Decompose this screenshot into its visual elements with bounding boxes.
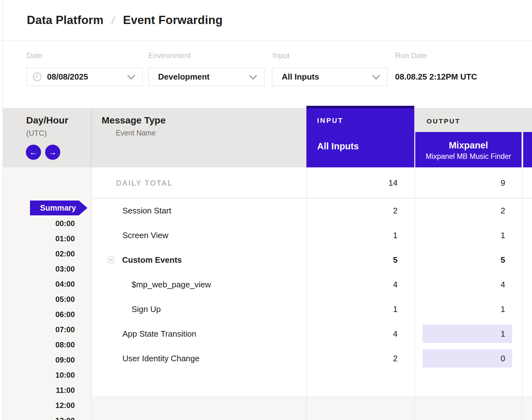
run-date-label: Run Date bbox=[395, 51, 427, 60]
environment-select-value: Development bbox=[158, 72, 210, 82]
date-select[interactable]: 08/08/2025 bbox=[27, 68, 143, 86]
event-name: Session Start bbox=[122, 206, 171, 216]
event-group-name: Custom Events bbox=[122, 255, 182, 265]
input-group-label: INPUT bbox=[317, 117, 344, 125]
table-row-group: Custom Events 5 5 bbox=[92, 248, 532, 272]
input-count: 2 bbox=[307, 354, 398, 363]
day-hour-column-subtitle: (UTC) bbox=[26, 129, 47, 138]
clock-icon bbox=[33, 72, 42, 81]
table-row: User Identity Change 2 0 bbox=[92, 346, 532, 371]
hour-item[interactable]: 03:00 bbox=[3, 261, 75, 277]
message-type-column-subtitle: Event Name bbox=[116, 129, 156, 137]
summary-tab[interactable]: Summary bbox=[30, 201, 87, 215]
table-row-nested: $mp_web_page_view 4 4 bbox=[92, 272, 532, 297]
minus-icon bbox=[109, 260, 113, 260]
environment-filter-label: Environment bbox=[148, 51, 191, 60]
hour-item[interactable]: 08:00 bbox=[3, 337, 75, 352]
hour-item[interactable]: 04:00 bbox=[3, 277, 75, 292]
breadcrumb-separator: / bbox=[111, 14, 115, 27]
hour-item[interactable]: 10:00 bbox=[3, 368, 75, 383]
input-count: 4 bbox=[307, 280, 398, 290]
hour-item[interactable]: 07:00 bbox=[3, 322, 75, 337]
arrow-left-icon: ← bbox=[29, 147, 38, 157]
event-name: Screen View bbox=[122, 231, 168, 240]
daily-total-label: DAILY TOTAL bbox=[116, 179, 173, 188]
day-navigation: ← → bbox=[26, 145, 60, 160]
hour-list: 00:00 01:00 02:00 03:00 04:00 05:00 06:0… bbox=[3, 216, 75, 420]
input-select[interactable]: All Inputs bbox=[272, 68, 387, 86]
output-count: 4 bbox=[415, 280, 505, 290]
chevron-down-icon bbox=[372, 71, 380, 79]
input-count: 2 bbox=[307, 206, 398, 216]
daily-total-output-value: 9 bbox=[415, 178, 505, 188]
output-group-label: OUTPUT bbox=[427, 117, 460, 125]
event-name: App State Transition bbox=[122, 329, 196, 339]
hour-item[interactable]: 00:00 bbox=[3, 216, 75, 231]
hour-item[interactable]: 06:00 bbox=[3, 307, 75, 322]
output-count: 5 bbox=[415, 255, 505, 265]
environment-select[interactable]: Development bbox=[148, 68, 264, 86]
collapse-toggle[interactable] bbox=[108, 257, 114, 263]
breadcrumb-section[interactable]: Data Platform bbox=[27, 14, 103, 27]
message-type-column-title: Message Type bbox=[102, 115, 166, 126]
input-count: 1 bbox=[307, 231, 398, 240]
output-column-subtitle: Mixpanel MB Music Finder bbox=[415, 152, 522, 161]
output-count: 1 bbox=[415, 329, 505, 339]
event-name: User Identity Change bbox=[122, 354, 199, 363]
table-row: Session Start 2 2 bbox=[92, 198, 532, 223]
hour-item[interactable]: 13:00 bbox=[3, 413, 75, 420]
hour-item[interactable]: 11:00 bbox=[3, 383, 75, 398]
output-count: 0 bbox=[415, 354, 505, 363]
output-column-name: Mixpanel bbox=[415, 140, 522, 151]
input-count: 1 bbox=[307, 304, 398, 314]
event-name: Sign Up bbox=[132, 304, 161, 314]
next-day-button[interactable]: → bbox=[45, 145, 60, 160]
breadcrumb: Data Platform / Event Forwarding bbox=[27, 0, 223, 40]
header-column-divider bbox=[91, 108, 92, 167]
hour-item[interactable]: 12:00 bbox=[3, 398, 75, 413]
output-count: 2 bbox=[415, 206, 505, 216]
input-select-value: All Inputs bbox=[282, 72, 319, 82]
date-select-value: 08/08/2025 bbox=[47, 72, 88, 82]
run-date-value: 08.08.25 2:12PM UTC bbox=[395, 68, 477, 86]
input-filter-label: Input bbox=[273, 51, 289, 60]
hour-item[interactable]: 05:00 bbox=[3, 292, 75, 307]
output-column-header: Mixpanel Mixpanel MB Music Finder bbox=[415, 132, 522, 167]
page-title[interactable]: Event Forwarding bbox=[123, 14, 223, 27]
table-row-nested: Sign Up 1 1 bbox=[92, 297, 532, 321]
event-name: $mp_web_page_view bbox=[132, 280, 211, 290]
output-count: 1 bbox=[415, 304, 505, 314]
hour-item[interactable]: 09:00 bbox=[3, 352, 75, 368]
output-count: 1 bbox=[415, 231, 505, 240]
table-row: Screen View 1 1 bbox=[92, 223, 532, 248]
day-hour-column-title: Day/Hour bbox=[26, 115, 68, 126]
table-row: App State Transition 4 1 bbox=[92, 321, 532, 346]
input-count: 5 bbox=[307, 255, 398, 265]
previous-day-button[interactable]: ← bbox=[26, 145, 41, 160]
next-output-column-header-cutoff bbox=[523, 132, 532, 167]
input-count: 4 bbox=[307, 329, 398, 339]
input-column-header: INPUT All Inputs bbox=[306, 106, 414, 167]
input-column-accent-strip bbox=[306, 106, 414, 108]
chevron-down-icon bbox=[127, 71, 135, 79]
daily-total-input-value: 14 bbox=[307, 178, 398, 188]
summary-tab-label: Summary bbox=[40, 203, 76, 213]
chevron-down-icon bbox=[249, 71, 257, 79]
table-footer-band bbox=[92, 396, 532, 420]
input-column-name: All Inputs bbox=[317, 141, 359, 152]
hour-item[interactable]: 02:00 bbox=[3, 246, 75, 261]
event-rows: Session Start 2 2 Screen View 1 1 Custom… bbox=[92, 198, 532, 371]
arrow-right-icon: → bbox=[49, 147, 57, 157]
event-forwarding-page: Data Platform / Event Forwarding Date En… bbox=[0, 0, 532, 420]
date-filter-label: Date bbox=[27, 51, 43, 60]
top-header-bar: Data Platform / Event Forwarding bbox=[0, 0, 532, 40]
hour-item[interactable]: 01:00 bbox=[3, 231, 75, 246]
